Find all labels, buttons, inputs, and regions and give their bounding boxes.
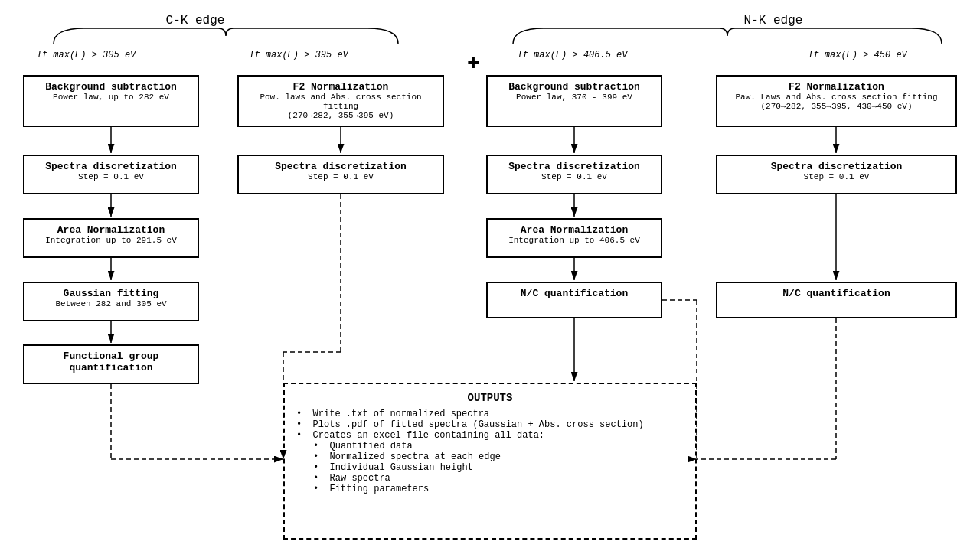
area-norm-c-sub: Integration up to 291.5 eV <box>31 236 191 245</box>
spec-disc-c1-sub: Step = 0.1 eV <box>31 172 191 181</box>
spec-disc-c2-title: Spectra discretization <box>245 161 436 172</box>
bg-sub-n-title: Background subtraction <box>494 81 655 93</box>
nc-quant2-title: N/C quantification <box>724 288 949 299</box>
spec-disc-c1-box: Spectra discretization Step = 0.1 eV <box>23 155 199 194</box>
cond-n2: If max(E) > 450 eV <box>781 50 934 60</box>
spec-disc-n2-title: Spectra discretization <box>724 161 949 172</box>
f2-norm-n-title: F2 Normalization <box>724 81 949 93</box>
bg-sub-n-box: Background subtraction Power law, 370 - … <box>486 75 662 127</box>
bg-sub-c-box: Background subtraction Power law, up to … <box>23 75 199 127</box>
bg-sub-c-sub: Power law, up to 282 eV <box>31 93 191 102</box>
diagram: C-K edge N-K edge + If max(E) > 305 eV I… <box>0 0 980 551</box>
f2-norm-n-box: F2 Normalization Paw. Laws and Abs. cros… <box>716 75 957 127</box>
nc-quant1-title: N/C quantification <box>494 288 655 299</box>
spec-disc-c2-box: Spectra discretization Step = 0.1 eV <box>237 155 444 194</box>
spec-disc-n1-box: Spectra discretization Step = 0.1 eV <box>486 155 662 194</box>
f2-norm-c-box: F2 Normalization Pow. laws and Abs. cros… <box>237 75 444 127</box>
area-norm-c-title: Area Normalization <box>31 224 191 236</box>
bg-sub-c-title: Background subtraction <box>31 81 191 93</box>
area-norm-n-box: Area Normalization Integration up to 406… <box>486 218 662 258</box>
area-norm-n-title: Area Normalization <box>494 224 655 236</box>
nc-quant2-box: N/C quantification <box>716 282 957 318</box>
spec-disc-n1-title: Spectra discretization <box>494 161 655 172</box>
spec-disc-n2-box: Spectra discretization Step = 0.1 eV <box>716 155 957 194</box>
outputs-items: • Write .txt of normalized spectra • Plo… <box>296 409 684 494</box>
f2-norm-n-sub: Paw. Laws and Abs. cross section fitting… <box>724 93 949 111</box>
bg-sub-n-sub: Power law, 370 - 399 eV <box>494 93 655 102</box>
spec-disc-c1-title: Spectra discretization <box>31 161 191 172</box>
cond-c1: If max(E) > 305 eV <box>31 50 142 60</box>
area-norm-c-box: Area Normalization Integration up to 291… <box>23 218 199 258</box>
cond-n1: If max(E) > 406.5 eV <box>505 50 639 60</box>
outputs-box: OUTPUTS • Write .txt of normalized spect… <box>283 383 697 540</box>
func-group-title: Functional groupquantification <box>31 350 191 373</box>
gauss-fit-sub: Between 282 and 305 eV <box>31 299 191 308</box>
spec-disc-n2-sub: Step = 0.1 eV <box>724 172 949 181</box>
gauss-fit-title: Gaussian fitting <box>31 288 191 299</box>
cond-c2: If max(E) > 395 eV <box>237 50 360 60</box>
nc-quant1-box: N/C quantification <box>486 282 662 318</box>
f2-norm-c-title: F2 Normalization <box>245 81 436 93</box>
area-norm-n-sub: Integration up to 406.5 eV <box>494 236 655 245</box>
plus-sign: + <box>467 52 480 76</box>
spec-disc-n1-sub: Step = 0.1 eV <box>494 172 655 181</box>
gauss-fit-box: Gaussian fitting Between 282 and 305 eV <box>23 282 199 321</box>
spec-disc-c2-sub: Step = 0.1 eV <box>245 172 436 181</box>
func-group-box: Functional groupquantification <box>23 344 199 384</box>
outputs-title: OUTPUTS <box>296 392 684 404</box>
f2-norm-c-sub: Pow. laws and Abs. cross section fitting… <box>245 93 436 120</box>
